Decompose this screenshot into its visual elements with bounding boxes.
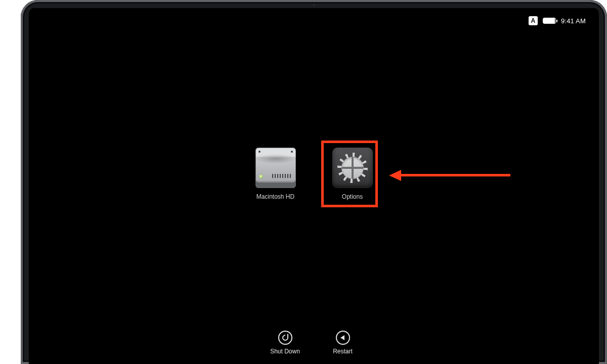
hard-drive-icon (255, 148, 296, 188)
input-source-indicator[interactable]: A (529, 16, 538, 25)
options-item[interactable]: Options (332, 148, 373, 200)
startup-disk-label: Macintosh HD (256, 193, 294, 200)
startup-targets: Macintosh HD Options (29, 148, 599, 200)
options-label: Options (342, 193, 363, 200)
battery-icon (543, 18, 556, 24)
power-icon (278, 331, 292, 345)
shutdown-button[interactable]: Shut Down (267, 331, 304, 355)
boot-screen: A 9:41 AM Macintosh HD Options (29, 8, 599, 364)
startup-disk-item[interactable]: Macintosh HD (255, 148, 296, 200)
macbook-frame: A 9:41 AM Macintosh HD Options (21, 0, 607, 364)
shutdown-label: Shut Down (270, 348, 300, 355)
restart-button[interactable]: Restart (325, 331, 361, 355)
restart-icon (336, 331, 350, 345)
camera-dot (313, 4, 316, 7)
clock: 9:41 AM (561, 17, 586, 25)
restart-label: Restart (333, 348, 353, 355)
gear-icon (332, 148, 373, 188)
power-actions-row: Shut Down Restart (29, 331, 599, 355)
status-bar: A 9:41 AM (529, 16, 586, 25)
